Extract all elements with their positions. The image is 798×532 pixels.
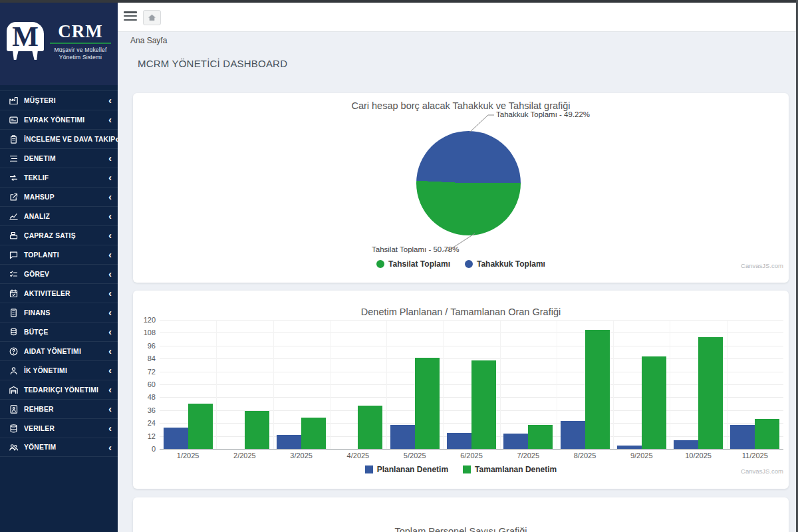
canvasjs-watermark[interactable]: CanvasJS.com xyxy=(741,467,783,475)
x-axis-label: 6/2025 xyxy=(443,452,499,460)
x-axis-label: 1/2025 xyxy=(160,452,216,460)
legend-marker-icon xyxy=(376,260,384,268)
sidebar-item-label: GÖREV xyxy=(24,271,108,278)
planned-bar-11/2025[interactable] xyxy=(730,425,755,449)
completed-bar-2/2025[interactable] xyxy=(245,411,269,449)
vertical-gridline xyxy=(386,320,387,449)
y-axis-tick-label: 60 xyxy=(133,380,156,388)
sidebar-item-label: MÜŞTERI xyxy=(24,97,108,104)
completed-bar-6/2025[interactable] xyxy=(471,360,496,449)
planned-bar-5/2025[interactable] xyxy=(390,425,415,449)
sidebar-item-aidat-y-netimi[interactable]: AIDAT YÖNETIMI‹ xyxy=(0,341,118,360)
planned-bar-6/2025[interactable] xyxy=(447,433,471,449)
pie-legend-item[interactable]: Tahsilat Toplamı xyxy=(376,259,450,269)
gridline xyxy=(160,320,783,321)
app-logo[interactable]: M CRM Müşavir ve Mükellef Yönetim Sistem… xyxy=(0,0,118,85)
sidebar-item-label: ÇAPRAZ SATIŞ xyxy=(24,232,108,239)
sidebar-item-m-teri[interactable]: MÜŞTERI‹ xyxy=(0,90,118,110)
sidebar-item-y-netim[interactable]: YÖNETIM‹ xyxy=(0,438,118,457)
chevron-left-icon: ‹ xyxy=(108,404,112,414)
x-axis-label: 8/2025 xyxy=(557,452,613,460)
bar-chart-plot[interactable] xyxy=(160,320,783,449)
completed-bar-5/2025[interactable] xyxy=(415,358,440,449)
canvasjs-watermark[interactable]: CanvasJS.com xyxy=(741,262,783,269)
app-window: M CRM Müşavir ve Mükellef Yönetim Sistem… xyxy=(0,0,798,532)
pie-chart[interactable] xyxy=(416,131,521,235)
sidebar-item-teklif[interactable]: TEKLIF‹ xyxy=(0,168,118,187)
breadcrumb[interactable]: Ana Sayfa xyxy=(130,36,167,45)
planned-bar-10/2025[interactable] xyxy=(674,440,698,449)
planned-bar-8/2025[interactable] xyxy=(561,421,585,449)
chevron-left-icon: ‹ xyxy=(108,154,112,163)
sidebar-item-veriler[interactable]: VERILER‹ xyxy=(0,418,118,438)
sidebar-item-b-t-e[interactable]: BÜTÇE‹ xyxy=(0,322,118,341)
vertical-gridline xyxy=(727,320,728,449)
y-axis-tick-label: 108 xyxy=(133,329,156,336)
chevron-left-icon: ‹ xyxy=(108,250,112,259)
bar-legend-item[interactable]: Planlanan Denetim xyxy=(365,465,448,474)
sidebar-item-i-k-y-netimi[interactable]: İK YÖNETIMI‹ xyxy=(0,360,118,380)
gridline xyxy=(160,449,783,450)
completed-bar-3/2025[interactable] xyxy=(301,418,326,449)
planned-bar-7/2025[interactable] xyxy=(503,434,528,449)
home-button[interactable] xyxy=(143,10,161,25)
sidebar-item--apraz-sati-[interactable]: ÇAPRAZ SATIŞ‹ xyxy=(0,225,118,245)
menu-toggle-icon[interactable] xyxy=(124,11,137,21)
legend-marker-icon xyxy=(465,260,473,268)
completed-bar-11/2025[interactable] xyxy=(755,419,779,449)
bar-chart-x-axis: 1/20252/20253/20254/20255/20256/20257/20… xyxy=(160,452,783,460)
y-axis-tick-label: 72 xyxy=(133,368,156,376)
external-link-icon xyxy=(9,192,19,202)
topbar xyxy=(118,0,798,32)
vertical-gridline xyxy=(670,320,670,449)
sidebar-item-tedarik-i-y-netimi[interactable]: TEDARIKÇI YÖNETIMI‹ xyxy=(0,380,118,399)
comment-icon xyxy=(9,250,19,260)
sidebar-item-finans[interactable]: FINANS‹ xyxy=(0,303,118,322)
vertical-gridline xyxy=(216,320,217,449)
personnel-chart-card: Toplam Personel Sayısı Grafiği xyxy=(133,497,789,532)
planned-bar-9/2025[interactable] xyxy=(617,446,642,449)
chevron-left-icon: ‹ xyxy=(108,289,112,298)
bar-legend-item[interactable]: Tamamlanan Denetim xyxy=(463,465,557,474)
x-axis-label: 7/2025 xyxy=(500,452,557,460)
chevron-left-icon: ‹ xyxy=(108,366,112,375)
chevron-left-icon: ‹ xyxy=(108,346,112,356)
industry-icon xyxy=(9,96,19,106)
sidebar-item-evrak-y-netimi[interactable]: EVRAK YÖNETIMI‹ xyxy=(0,110,118,129)
pie-legend-item[interactable]: Tahakkuk Toplamı xyxy=(465,259,545,269)
planned-bar-1/2025[interactable] xyxy=(164,428,188,449)
completed-bar-9/2025[interactable] xyxy=(642,356,666,449)
x-axis-label: 4/2025 xyxy=(330,452,386,460)
database-icon xyxy=(9,424,19,434)
id-card-icon xyxy=(9,115,19,125)
vertical-gridline xyxy=(500,320,501,449)
gridline xyxy=(160,332,783,333)
completed-bar-7/2025[interactable] xyxy=(528,425,553,449)
sidebar-item-aktiviteler[interactable]: AKTIVITELER‹ xyxy=(0,283,118,303)
completed-bar-4/2025[interactable] xyxy=(358,406,382,449)
brand-tagline-line1: Müşavir ve Mükellef xyxy=(55,47,107,54)
sidebar-item-rehber[interactable]: REHBER‹ xyxy=(0,399,118,418)
completed-bar-10/2025[interactable] xyxy=(698,337,723,449)
sidebar-item-label: ANALIZ xyxy=(24,213,108,220)
completed-bar-8/2025[interactable] xyxy=(585,330,610,449)
sidebar-item-denetim[interactable]: DENETIM‹ xyxy=(0,148,118,168)
pie-callout-tahakkuk: Tahakkuk Toplamı - 49.22% xyxy=(496,110,590,118)
sidebar-item-g-rev[interactable]: GÖREV‹ xyxy=(0,264,118,283)
sidebar-item-label: TEDARIKÇI YÖNETIMI xyxy=(24,386,108,394)
pie-callout-tahsilat: Tahsilat Toplamı - 50.78% xyxy=(372,245,459,253)
sidebar-item-toplanti[interactable]: TOPLANTI‹ xyxy=(0,245,118,264)
sidebar-item-analiz[interactable]: ANALIZ‹ xyxy=(0,206,118,225)
sidebar-item-label: TOPLANTI xyxy=(24,251,108,259)
sidebar-item-mahsup[interactable]: MAHSUP‹ xyxy=(0,187,118,206)
completed-bar-1/2025[interactable] xyxy=(188,404,213,449)
sidebar-item-label: REHBER xyxy=(24,406,108,413)
chevron-left-icon: ‹ xyxy=(108,424,112,433)
sidebar-item-i-nceleme-ve-dava-takip[interactable]: İNCELEME VE DAVA TAKIP‹ xyxy=(0,129,118,148)
sidebar-item-label: DENETIM xyxy=(24,155,108,162)
vertical-gridline xyxy=(273,320,274,449)
vertical-gridline xyxy=(443,320,444,449)
planned-bar-3/2025[interactable] xyxy=(277,435,301,449)
warehouse-icon xyxy=(9,385,19,395)
brand-tagline-line2: Yönetim Sistemi xyxy=(59,54,102,61)
